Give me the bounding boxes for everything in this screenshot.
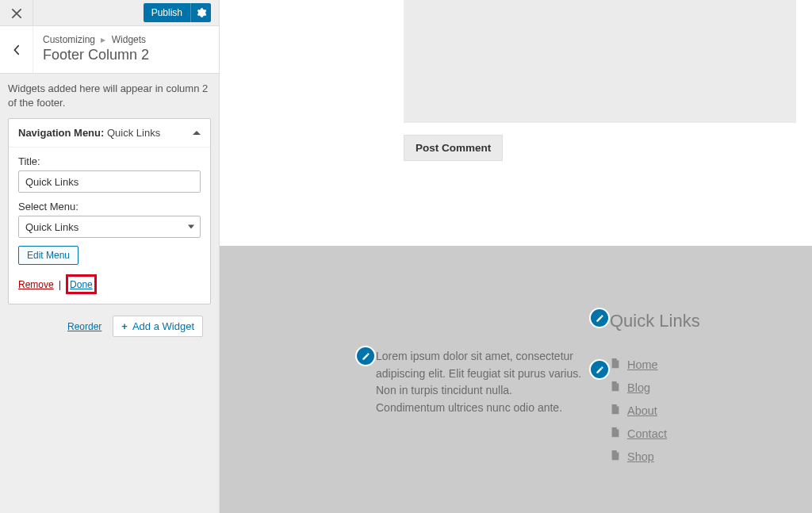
- footer-link-blog[interactable]: Blog: [627, 381, 650, 394]
- select-menu-wrap: [18, 216, 201, 238]
- widget-label: Navigation Menu: Quick Links: [18, 127, 160, 139]
- chevron-left-icon: [11, 44, 22, 56]
- widget-title-input[interactable]: [18, 170, 201, 193]
- publish-button[interactable]: Publish: [144, 3, 190, 22]
- quick-links-heading: Quick Links: [610, 311, 700, 331]
- breadcrumb-root: Customizing: [43, 34, 95, 45]
- done-link[interactable]: Done: [70, 279, 93, 290]
- chevron-up-icon: [193, 131, 201, 135]
- add-widget-button[interactable]: + Add a Widget: [113, 316, 203, 337]
- reorder-link[interactable]: Reorder: [67, 321, 102, 332]
- list-item: Home: [610, 358, 667, 371]
- list-item: About: [610, 404, 667, 417]
- footer-text-widget: Lorem ipsum dolor sit amet, consectetur …: [376, 348, 584, 417]
- post-comment-button[interactable]: Post Comment: [404, 135, 503, 161]
- panel-footer: Reorder + Add a Widget: [8, 316, 211, 337]
- panel-top-bar: Publish: [0, 0, 219, 26]
- document-icon: [610, 450, 621, 463]
- gear-icon: [196, 7, 207, 18]
- list-item: Blog: [610, 381, 667, 394]
- select-menu-dropdown[interactable]: [18, 216, 201, 238]
- plus-icon: +: [121, 320, 128, 332]
- edit-menu-button[interactable]: Edit Menu: [18, 246, 79, 265]
- close-customizer-button[interactable]: [0, 0, 33, 26]
- done-highlight-box: Done: [66, 274, 97, 294]
- list-item: Shop: [610, 450, 667, 463]
- customizer-panel: Publish Customizing ▸ Widgets Footer Col…: [0, 0, 220, 513]
- footer-link-home[interactable]: Home: [627, 358, 658, 371]
- footer-link-contact[interactable]: Contact: [627, 427, 667, 440]
- pencil-icon: [362, 352, 370, 361]
- separator: |: [59, 278, 61, 290]
- document-icon: [610, 381, 621, 394]
- widget-body: Title: Select Menu: Edit Menu Remove | D…: [9, 147, 210, 304]
- pencil-icon: [596, 366, 604, 374]
- select-menu-label: Select Menu:: [18, 201, 201, 212]
- add-widget-label: Add a Widget: [132, 320, 194, 332]
- section-description: Widgets added here will appear in column…: [8, 82, 211, 110]
- quick-links-list: Home Blog About Contact Shop: [610, 358, 667, 473]
- breadcrumb-parent[interactable]: Widgets: [112, 34, 146, 45]
- list-item: Contact: [610, 427, 667, 440]
- comment-textarea-placeholder[interactable]: [404, 0, 796, 123]
- edit-shortcut-button[interactable]: [591, 361, 608, 378]
- publish-settings-button[interactable]: [190, 3, 211, 22]
- section-title: Footer Column 2: [43, 47, 149, 63]
- document-icon: [610, 427, 621, 440]
- widget-actions: Remove | Done: [18, 274, 201, 294]
- edit-shortcut-button[interactable]: [357, 347, 374, 365]
- widget-box: Navigation Menu: Quick Links Title: Sele…: [8, 118, 211, 304]
- edit-shortcut-button[interactable]: [591, 309, 608, 327]
- widget-header[interactable]: Navigation Menu: Quick Links: [9, 119, 210, 147]
- content-gap: [220, 167, 812, 246]
- breadcrumb: Customizing ▸ Widgets: [43, 34, 149, 45]
- pencil-icon: [596, 314, 604, 323]
- document-icon: [610, 404, 621, 417]
- site-preview: Post Comment Lorem ipsum dolor sit amet,…: [220, 0, 812, 513]
- back-button[interactable]: [0, 26, 33, 73]
- footer-link-shop[interactable]: Shop: [627, 450, 654, 463]
- chevron-right-icon: ▸: [101, 34, 105, 45]
- panel-header: Customizing ▸ Widgets Footer Column 2: [0, 26, 219, 74]
- footer-link-about[interactable]: About: [627, 404, 657, 417]
- footer-preview: Lorem ipsum dolor sit amet, consectetur …: [220, 246, 812, 513]
- close-icon: [11, 8, 22, 19]
- remove-widget-link[interactable]: Remove: [18, 279, 54, 290]
- publish-wrap: Publish: [144, 0, 219, 25]
- header-text: Customizing ▸ Widgets Footer Column 2: [33, 26, 159, 73]
- document-icon: [610, 358, 621, 371]
- title-label: Title:: [18, 155, 201, 167]
